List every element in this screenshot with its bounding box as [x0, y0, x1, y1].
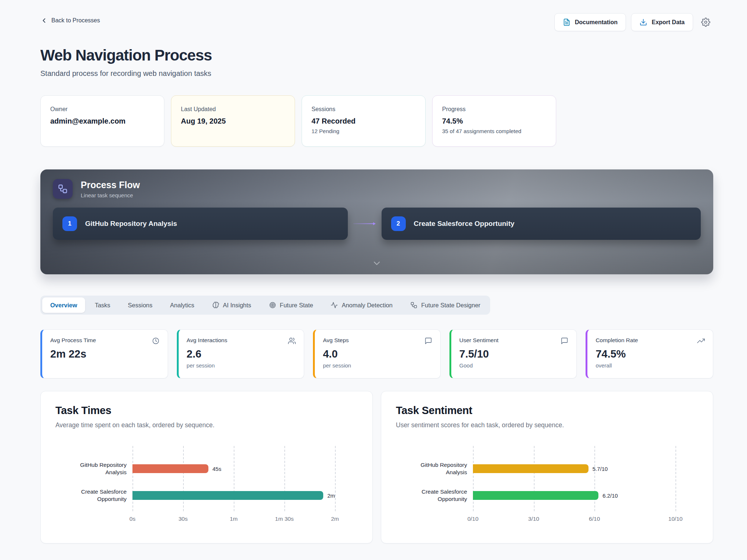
page-title: Web Navigation Process: [40, 47, 713, 64]
task-title: GitHub Repository Analysis: [85, 220, 177, 228]
user-sentiment-card: User Sentiment 7.5/10 Good: [449, 329, 577, 378]
bar-value-label: 45s: [212, 466, 221, 472]
bar-value-label: 5.7/10: [593, 466, 608, 472]
chevron-left-icon: [40, 17, 48, 24]
axis-tick-label: 6/10: [589, 516, 600, 522]
axis-tick-label: 0/10: [467, 516, 478, 522]
info-sub: 12 Pending: [311, 128, 416, 134]
owner-card: Owner admin@example.com: [40, 95, 164, 147]
bar-value-label: 6.2/10: [602, 493, 618, 499]
chart-subtitle: User sentiment scores for each task, ord…: [396, 421, 698, 429]
info-label: Owner: [50, 106, 154, 113]
expand-chevron-down-icon[interactable]: [372, 258, 382, 270]
bar[interactable]: [473, 464, 589, 473]
category-label: GitHub RepositoryAnalysis: [397, 461, 467, 476]
info-value: 74.5%: [442, 117, 546, 125]
page-subtitle: Standard process for recording web navig…: [40, 69, 713, 78]
task-sentiment-card: Task Sentiment User sentiment scores for…: [381, 391, 713, 543]
gridline: [183, 446, 184, 511]
bar[interactable]: [132, 491, 323, 500]
axis-tick-label: 1m 30s: [275, 516, 294, 522]
document-icon: [563, 18, 571, 26]
last-updated-card: Last Updated Aug 19, 2025: [171, 95, 295, 147]
flow-connector-arrow: [348, 222, 382, 225]
task-sentiment-chart: 0/103/106/1010/10GitHub RepositoryAnalys…: [473, 446, 675, 511]
tab-anomaly-detection[interactable]: Anomaly Detection: [323, 297, 401, 313]
task-node-1[interactable]: 1 GitHub Repository Analysis: [53, 208, 348, 240]
avg-steps-card: Avg Steps 4.0 per session: [313, 329, 441, 378]
gridline: [594, 446, 595, 511]
info-label: Sessions: [311, 106, 416, 113]
info-label: Progress: [442, 106, 546, 113]
axis-tick-label: 3/10: [528, 516, 539, 522]
workflow-icon: [410, 301, 418, 309]
export-data-label: Export Data: [652, 19, 685, 26]
gridline: [132, 446, 133, 511]
task-node-2[interactable]: 2 Create Salesforce Opportunity: [382, 208, 701, 240]
activity-pulse-icon: [331, 301, 338, 309]
bar-value-label: 2m: [327, 493, 335, 499]
category-label: GitHub RepositoryAnalysis: [57, 461, 127, 476]
top-bar: Back to Processes Documentation Export D…: [40, 13, 713, 31]
task-sequence: 1 GitHub Repository Analysis 2 Create Sa…: [40, 208, 713, 240]
gear-icon: [701, 18, 710, 27]
tab-future-state-designer[interactable]: Future State Designer: [402, 297, 488, 313]
tab-sessions[interactable]: Sessions: [120, 297, 161, 313]
info-value: Aug 19, 2025: [181, 117, 285, 125]
message-square-icon: [561, 337, 568, 345]
process-flow-header: Process Flow Linear task sequence: [40, 169, 713, 199]
process-flow-title: Process Flow: [81, 180, 140, 190]
task-times-card: Task Times Average time spent on each ta…: [40, 391, 373, 543]
documentation-button[interactable]: Documentation: [554, 13, 626, 31]
tab-analytics[interactable]: Analytics: [162, 297, 203, 313]
bar[interactable]: [132, 464, 208, 473]
sessions-card: Sessions 47 Recorded 12 Pending: [302, 95, 426, 147]
workflow-icon: [53, 179, 73, 199]
page-container: Back to Processes Documentation Export D…: [0, 0, 747, 543]
tab-future-state[interactable]: Future State: [261, 297, 321, 313]
info-value: admin@example.com: [50, 117, 154, 125]
progress-card: Progress 74.5% 35 of 47 assignments comp…: [432, 95, 556, 147]
bar[interactable]: [473, 491, 598, 500]
axis-tick-label: 10/10: [668, 516, 683, 522]
gridline: [234, 446, 234, 511]
tab-overview[interactable]: Overview: [42, 297, 85, 313]
axis-tick-label: 0s: [130, 516, 135, 522]
target-icon: [269, 301, 276, 309]
process-flow-subtitle: Linear task sequence: [81, 192, 140, 198]
task-title: Create Salesforce Opportunity: [414, 220, 515, 228]
category-label: Create SalesforceOpportunity: [397, 488, 467, 503]
users-icon: [288, 337, 296, 345]
task-number-badge: 1: [62, 216, 77, 231]
bar-row: GitHub RepositoryAnalysis45s: [132, 464, 335, 473]
export-data-button[interactable]: Export Data: [631, 13, 693, 31]
back-link-label: Back to Processes: [51, 17, 100, 24]
completion-rate-card: Completion Rate 74.5% overall: [586, 329, 713, 378]
info-label: Last Updated: [181, 106, 285, 113]
tab-bar: Overview Tasks Sessions Analytics AI Ins…: [40, 296, 490, 315]
process-flow-panel: Process Flow Linear task sequence 1 GitH…: [40, 169, 713, 274]
message-square-icon: [424, 337, 432, 345]
axis-tick-label: 2m: [331, 516, 339, 522]
info-sub: 35 of 47 assignments completed: [442, 128, 546, 134]
axis-tick-label: 30s: [179, 516, 188, 522]
chart-subtitle: Average time spent on each task, ordered…: [55, 421, 358, 429]
settings-button[interactable]: [698, 15, 713, 30]
avg-process-time-card: Avg Process Time 2m 22s: [40, 329, 168, 378]
documentation-label: Documentation: [575, 19, 617, 26]
category-label: Create SalesforceOpportunity: [57, 488, 127, 503]
gridline: [534, 446, 535, 511]
tab-ai-insights[interactable]: AI Insights: [204, 297, 259, 313]
download-icon: [639, 18, 647, 26]
gridline: [675, 446, 676, 511]
bar-row: Create SalesforceOpportunity2m: [132, 491, 335, 500]
avg-interactions-card: Avg Interactions 2.6 per session: [177, 329, 305, 378]
back-to-processes-link[interactable]: Back to Processes: [40, 17, 100, 24]
gridline: [335, 446, 336, 511]
brain-icon: [212, 301, 219, 309]
info-card-row: Owner admin@example.com Last Updated Aug…: [40, 95, 713, 147]
top-actions: Documentation Export Data: [554, 13, 713, 31]
bar-row: GitHub RepositoryAnalysis5.7/10: [473, 464, 675, 473]
tab-tasks[interactable]: Tasks: [87, 297, 118, 313]
chart-title: Task Times: [55, 405, 358, 417]
